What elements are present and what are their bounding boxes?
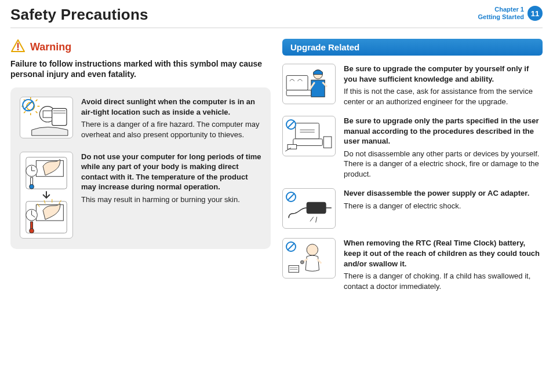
page-number-badge: 11 (527, 6, 543, 21)
section-header-upgrade: Upgrade Related (282, 39, 543, 56)
body-heat-icon (20, 152, 73, 239)
page-title: Safety Precautions (10, 6, 148, 24)
precaution-item: Never disassemble the power supply or AC… (282, 188, 543, 229)
svg-rect-36 (286, 75, 308, 90)
svg-line-9 (24, 112, 26, 113)
prohibit-icon (285, 119, 297, 130)
svg-point-35 (30, 228, 34, 233)
warning-box: Avoid direct sunlight when the computer … (10, 87, 271, 248)
precaution-body: There is a danger of choking. If a child… (344, 272, 530, 291)
precaution-text: Be sure to upgrade the computer by yours… (344, 64, 543, 107)
content-columns: Warning Failure to follow instructions m… (10, 39, 543, 301)
svg-point-52 (300, 261, 304, 264)
page-header: Safety Precautions Chapter 1 Getting Sta… (10, 6, 543, 28)
svg-rect-37 (286, 90, 311, 96)
sunlight-vehicle-icon (20, 97, 73, 138)
precaution-bold: When removing the RTC (Real Time Clock) … (344, 238, 543, 269)
precaution-bold: Avoid direct sunlight when the computer … (81, 97, 261, 117)
header-right: Chapter 1 Getting Started 11 (478, 6, 543, 21)
precaution-bold: Be sure to upgrade the computer by yours… (344, 64, 543, 84)
precaution-text: Avoid direct sunlight when the computer … (81, 97, 261, 140)
svg-rect-40 (296, 123, 319, 139)
precaution-text: Do not use your computer for long period… (81, 152, 261, 239)
right-column: Upgrade Related (282, 39, 543, 301)
svg-line-17 (24, 101, 32, 109)
upgrade-self-icon (282, 64, 336, 104)
precaution-item: Avoid direct sunlight when the computer … (20, 97, 261, 140)
upgrade-parts-icon (282, 116, 336, 156)
svg-line-47 (288, 121, 294, 128)
precaution-text: When removing the RTC (Real Time Clock) … (344, 238, 543, 291)
prohibit-icon (285, 241, 297, 252)
manual-page: Safety Precautions Chapter 1 Getting Sta… (0, 0, 553, 392)
svg-rect-43 (288, 145, 297, 149)
warning-triangle-icon (10, 39, 26, 55)
svg-rect-42 (323, 137, 332, 148)
svg-rect-41 (293, 139, 323, 146)
svg-line-50 (288, 193, 294, 200)
svg-rect-12 (43, 111, 52, 118)
precaution-body: Do not disassemble any other parts or de… (344, 149, 539, 178)
precaution-item: When removing the RTC (Real Time Clock) … (282, 238, 543, 291)
chapter-line2: Getting Started (478, 13, 524, 21)
svg-point-24 (30, 184, 34, 189)
chapter-line1: Chapter 1 (478, 6, 524, 13)
svg-point-1 (17, 49, 19, 50)
precaution-body: There is a danger of a fire hazard. The … (81, 120, 260, 139)
precaution-item: Do not use your computer for long period… (20, 152, 261, 239)
warning-label: Warning (30, 41, 71, 53)
svg-line-10 (36, 112, 38, 113)
precaution-text: Be sure to upgrade only the parts specif… (344, 116, 543, 179)
precaution-item: Be sure to upgrade only the parts specif… (282, 116, 543, 179)
precaution-text: Never disassemble the power supply or AC… (344, 188, 543, 229)
precaution-bold: Never disassemble the power supply or AC… (344, 188, 543, 199)
precaution-bold: Do not use your computer for long period… (81, 152, 261, 192)
svg-rect-53 (289, 266, 299, 273)
rtc-battery-child-icon (282, 238, 336, 279)
precaution-bold: Be sure to upgrade only the parts specif… (344, 116, 543, 146)
svg-rect-13 (52, 109, 67, 126)
precaution-item: Be sure to upgrade the computer by yours… (282, 64, 543, 107)
precaution-body: There is a danger of electric shock. (344, 202, 461, 210)
precaution-body: If this is not the case, ask for assista… (344, 87, 533, 106)
svg-rect-48 (307, 203, 326, 214)
left-column: Warning Failure to follow instructions m… (10, 39, 271, 301)
power-adapter-icon (282, 188, 336, 229)
svg-point-51 (307, 244, 318, 255)
warning-heading: Warning (10, 39, 271, 55)
precaution-body: This may result in harming or burning yo… (81, 195, 240, 204)
warning-intro: Failure to follow instructions marked wi… (10, 58, 271, 79)
svg-line-57 (288, 243, 294, 250)
prohibit-icon (285, 191, 297, 203)
svg-line-8 (36, 100, 38, 101)
chapter-label: Chapter 1 Getting Started (478, 6, 524, 21)
